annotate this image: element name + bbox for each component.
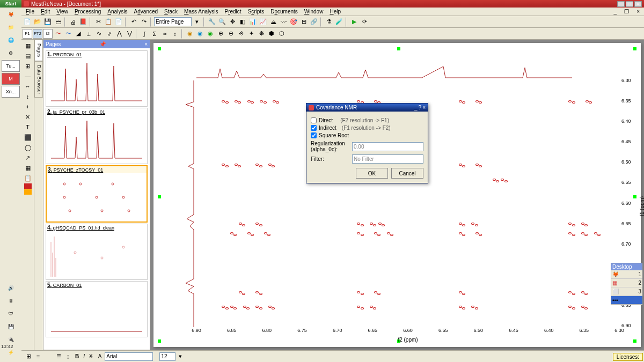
page-thumb[interactable]: 2. ja_PSYCHE_pr_03b_01 bbox=[46, 108, 148, 164]
tool-icon[interactable]: 🔧 bbox=[207, 17, 217, 27]
page-thumb[interactable]: 4. gHSQCAD_PS_01.fid_clean bbox=[46, 224, 148, 280]
tool-icon[interactable]: ✥ bbox=[228, 17, 237, 27]
filter-select[interactable] bbox=[352, 154, 423, 164]
proc-icon[interactable]: ⬢ bbox=[267, 29, 276, 39]
tray-icon[interactable]: 💾 bbox=[2, 321, 20, 333]
dialog-help-icon[interactable]: ? bbox=[419, 105, 422, 110]
ok-button[interactable]: OK bbox=[356, 168, 388, 179]
menu-scripts[interactable]: Scripts bbox=[245, 8, 268, 15]
sb-icon[interactable]: ≡ bbox=[33, 352, 43, 361]
proc-icon[interactable]: ⊕ bbox=[216, 29, 225, 39]
sqrt-checkbox[interactable] bbox=[311, 132, 317, 138]
app-shortcut[interactable]: M bbox=[2, 73, 20, 85]
tab-pages[interactable]: Pages bbox=[34, 40, 43, 61]
ft2-button[interactable]: FT2 bbox=[33, 29, 42, 39]
proc-icon[interactable]: ⬡ bbox=[277, 29, 287, 39]
tray-icon[interactable]: 🖥 bbox=[2, 295, 20, 307]
tool-icon[interactable]: ▦ bbox=[23, 41, 33, 50]
tool-icon[interactable]: ⊞ bbox=[299, 17, 309, 27]
direct-checkbox[interactable] bbox=[311, 117, 317, 123]
menu-analysis[interactable]: Analysis bbox=[104, 8, 130, 15]
tool-icon[interactable]: ▦ bbox=[23, 163, 33, 173]
proc-icon[interactable]: 〜 bbox=[63, 29, 73, 39]
proc-icon[interactable]: ◉ bbox=[185, 29, 195, 39]
font-select[interactable] bbox=[105, 352, 153, 361]
proc-icon[interactable]: ※ bbox=[236, 29, 246, 39]
proc-icon[interactable]: ⊖ bbox=[226, 29, 236, 39]
menu-predict[interactable]: Predict bbox=[221, 8, 244, 15]
dialog-titlebar[interactable]: Covariance NMR _ ? × bbox=[306, 104, 428, 112]
menu-edit[interactable]: Edit bbox=[38, 8, 53, 15]
copy-icon[interactable]: 📋 bbox=[104, 17, 113, 27]
tool-icon[interactable]: 🎯 bbox=[289, 17, 298, 27]
tool-icon[interactable]: 📈 bbox=[258, 17, 268, 27]
proc-icon[interactable]: ⋁ bbox=[125, 29, 134, 39]
menu-view[interactable]: View bbox=[53, 8, 71, 15]
save-icon[interactable]: 💾 bbox=[43, 17, 53, 27]
ft1-button[interactable]: F1 bbox=[23, 29, 32, 39]
tool-icon[interactable]: 〰 bbox=[279, 17, 288, 27]
tool-icon[interactable]: ↗ bbox=[23, 153, 33, 162]
tool-icon[interactable]: 🧪 bbox=[334, 17, 344, 27]
tool-icon[interactable]: 📊 bbox=[248, 17, 258, 27]
undo-icon[interactable]: ↶ bbox=[129, 17, 138, 27]
menu-processing[interactable]: Processing bbox=[71, 8, 104, 15]
license-badge[interactable]: Licenses: bbox=[613, 353, 643, 361]
app-shortcut[interactable]: Xn... bbox=[2, 86, 20, 98]
pdf-icon[interactable]: 📕 bbox=[78, 17, 88, 27]
sb-icon[interactable]: ▾ bbox=[175, 352, 185, 361]
align-icon[interactable]: ⫶ bbox=[63, 352, 73, 361]
page-thumb[interactable]: 3. PSYCHE_zTOCSY_01 bbox=[46, 165, 148, 223]
proc-icon[interactable]: ◢ bbox=[74, 29, 83, 39]
tray-icon[interactable]: 🛡 bbox=[2, 308, 20, 320]
close-button[interactable]: × bbox=[634, 1, 642, 7]
maximize-button[interactable]: □ bbox=[626, 1, 633, 7]
proc-icon[interactable]: ∫ bbox=[140, 29, 149, 39]
tool-icon[interactable]: ⚗ bbox=[324, 17, 334, 27]
zoom-select[interactable] bbox=[154, 17, 192, 26]
page-thumb[interactable]: 5. CARBON_01 bbox=[46, 281, 148, 337]
redo-icon[interactable]: ↷ bbox=[139, 17, 149, 27]
proc-icon[interactable]: 〜 bbox=[53, 29, 63, 39]
menu-mass[interactable]: Mass Analysis bbox=[181, 8, 221, 15]
dialog-min-icon[interactable]: _ bbox=[414, 105, 418, 110]
tool-icon[interactable]: ✕ bbox=[23, 112, 33, 122]
print-icon[interactable]: 🖨 bbox=[68, 17, 78, 27]
proc-icon[interactable]: ↕ bbox=[170, 29, 180, 39]
pages-close-icon[interactable]: × bbox=[144, 41, 148, 47]
tool-icon[interactable]: ◧ bbox=[238, 17, 247, 27]
tool-icon[interactable]: 🔍 bbox=[217, 17, 227, 27]
menu-file[interactable]: File bbox=[23, 8, 38, 15]
tool-icon[interactable]: 🔗 bbox=[309, 17, 319, 27]
f2-button[interactable]: f2 bbox=[43, 29, 53, 39]
proc-icon[interactable]: ∿ bbox=[94, 29, 104, 39]
tool-icon[interactable]: ↕ bbox=[23, 92, 33, 101]
page-thumb[interactable]: 1. PROTON_01 bbox=[46, 50, 148, 107]
mdi-restore[interactable]: ❐ bbox=[621, 8, 632, 15]
tool-icon[interactable]: ▤ bbox=[23, 51, 33, 61]
indirect-checkbox[interactable] bbox=[311, 125, 317, 131]
tool-icon[interactable]: — bbox=[23, 71, 33, 81]
cut-icon[interactable]: ✂ bbox=[93, 17, 103, 27]
menu-documents[interactable]: Documents bbox=[267, 8, 301, 15]
app-shortcut[interactable]: 🌐 bbox=[2, 34, 20, 46]
open-icon[interactable]: 📂 bbox=[33, 17, 42, 27]
sb-icon[interactable]: ⊞ bbox=[24, 352, 33, 361]
proc-icon[interactable]: ❋ bbox=[257, 29, 266, 39]
saveall-icon[interactable]: 🗃 bbox=[53, 17, 63, 27]
minimize-button[interactable]: _ bbox=[617, 1, 625, 7]
play-icon[interactable]: ▶ bbox=[349, 17, 359, 27]
menu-window[interactable]: Window bbox=[301, 8, 327, 15]
spectrum-canvas[interactable]: f2 (ppm) 6.906.856.806.756.706.656.606.5… bbox=[150, 40, 644, 350]
tray-icon[interactable]: 🔊 bbox=[2, 282, 20, 294]
desktop-toolbar[interactable]: Desktop 🦊1 ▦2 ⬜3 ▪▪▪ bbox=[611, 263, 643, 305]
proc-icon[interactable]: ≈ bbox=[160, 29, 170, 39]
color-icon[interactable] bbox=[24, 183, 32, 189]
tool-icon[interactable]: + bbox=[23, 102, 33, 112]
new-icon[interactable]: 📄 bbox=[23, 17, 32, 27]
tool-icon[interactable]: ⊞ bbox=[23, 61, 33, 71]
cancel-button[interactable]: Cancel bbox=[391, 168, 423, 179]
app-shortcut[interactable]: 🦊 bbox=[2, 9, 20, 20]
mdi-minimize[interactable]: _ bbox=[611, 8, 620, 15]
align-icon[interactable]: ≣ bbox=[54, 352, 63, 361]
